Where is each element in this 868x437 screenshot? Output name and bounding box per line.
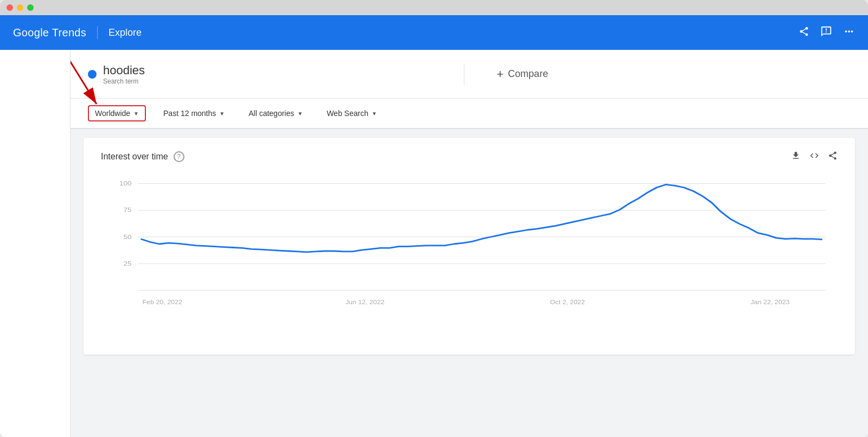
share-chart-button[interactable] bbox=[828, 151, 838, 163]
search-section: hoodies Search term + Compare bbox=[71, 50, 868, 99]
header-right bbox=[799, 25, 855, 40]
categories-filter-button[interactable]: All categories ▼ bbox=[242, 106, 309, 121]
chart-actions bbox=[791, 151, 838, 163]
header-left: Google Trends Explore bbox=[13, 26, 142, 39]
trend-line bbox=[141, 184, 822, 252]
categories-label: All categories bbox=[248, 109, 294, 118]
compare-label: Compare bbox=[508, 68, 548, 80]
svg-text:Jan 22, 2023: Jan 22, 2023 bbox=[751, 299, 790, 305]
filters-section: Worldwide ▼ Past 12 months ▼ All categor… bbox=[71, 99, 868, 129]
share-icon[interactable] bbox=[799, 26, 809, 40]
chart-header: Interest over time ? bbox=[101, 151, 838, 163]
worldwide-label: Worldwide bbox=[95, 109, 130, 118]
search-term-box: hoodies Search term bbox=[88, 63, 464, 85]
content-area: hoodies Search term + Compare bbox=[71, 50, 868, 437]
logo[interactable]: Google Trends bbox=[13, 27, 86, 39]
categories-chevron-icon: ▼ bbox=[297, 111, 303, 117]
time-filter-button[interactable]: Past 12 months ▼ bbox=[157, 106, 231, 121]
chart-title: Interest over time bbox=[101, 152, 168, 162]
sidebar bbox=[0, 50, 71, 437]
chart-help-icon[interactable]: ? bbox=[174, 151, 184, 162]
search-type-label: Web Search bbox=[327, 109, 368, 118]
search-type-chevron-icon: ▼ bbox=[372, 111, 377, 117]
worldwide-filter-button[interactable]: Worldwide ▼ bbox=[88, 105, 146, 121]
main-container: hoodies Search term + Compare bbox=[0, 50, 868, 437]
svg-text:Oct 2, 2022: Oct 2, 2022 bbox=[550, 299, 585, 305]
filters-wrapper: Worldwide ▼ Past 12 months ▼ All categor… bbox=[71, 99, 868, 129]
compare-box[interactable]: + Compare bbox=[486, 67, 851, 81]
download-chart-button[interactable] bbox=[791, 151, 801, 163]
worldwide-chevron-icon: ▼ bbox=[133, 111, 139, 117]
embed-chart-button[interactable] bbox=[809, 151, 819, 163]
chart-section: Interest over time ? bbox=[84, 138, 855, 355]
minimize-button[interactable] bbox=[17, 4, 23, 11]
header-divider bbox=[97, 26, 98, 39]
compare-plus-icon: + bbox=[497, 67, 504, 81]
search-term-dot bbox=[88, 70, 97, 79]
search-term-type: Search term bbox=[103, 78, 145, 85]
search-type-filter-button[interactable]: Web Search ▼ bbox=[320, 106, 384, 121]
search-term-title[interactable]: hoodies bbox=[103, 63, 145, 78]
svg-text:Feb 20, 2022: Feb 20, 2022 bbox=[143, 299, 182, 305]
chart-canvas: 100 75 50 25 Feb 20, 2022 Jun 12, 2022 O… bbox=[101, 173, 838, 336]
svg-text:100: 100 bbox=[119, 180, 132, 187]
window-chrome bbox=[0, 0, 868, 15]
time-chevron-icon: ▼ bbox=[219, 111, 225, 117]
chart-title-row: Interest over time ? bbox=[101, 151, 184, 162]
apps-icon[interactable] bbox=[843, 25, 855, 40]
svg-text:75: 75 bbox=[123, 207, 131, 214]
search-term-text: hoodies Search term bbox=[103, 63, 145, 85]
feedback-icon[interactable] bbox=[820, 25, 832, 40]
close-button[interactable] bbox=[7, 4, 13, 11]
header: Google Trends Explore bbox=[0, 15, 868, 50]
maximize-button[interactable] bbox=[27, 4, 34, 11]
svg-text:25: 25 bbox=[123, 260, 131, 267]
time-label: Past 12 months bbox=[163, 109, 216, 118]
chart-svg: 100 75 50 25 Feb 20, 2022 Jun 12, 2022 O… bbox=[101, 173, 838, 314]
svg-text:Jun 12, 2022: Jun 12, 2022 bbox=[346, 299, 385, 305]
svg-text:50: 50 bbox=[123, 234, 131, 241]
explore-label: Explore bbox=[108, 27, 142, 38]
